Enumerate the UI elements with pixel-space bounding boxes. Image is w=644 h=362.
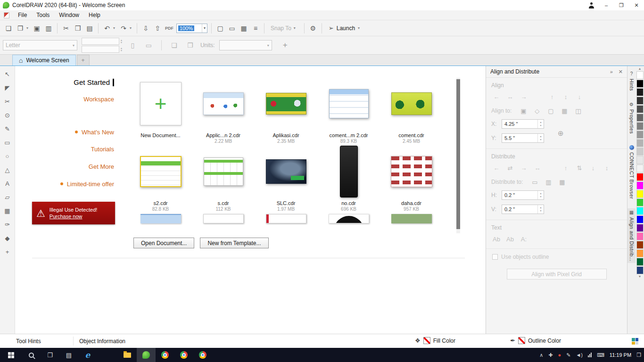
- text-tool-icon[interactable]: A: [2, 179, 13, 189]
- portrait-button[interactable]: ▯: [127, 40, 139, 51]
- document-thumbnail[interactable]: [391, 156, 432, 187]
- align-center-horizontal-button[interactable]: ↔: [505, 92, 515, 101]
- h-input[interactable]: 0.2 " ▲▼: [502, 190, 544, 200]
- units-select[interactable]: ▾: [219, 40, 272, 50]
- docker-close-icon[interactable]: ✕: [619, 69, 623, 75]
- color-swatch[interactable]: [636, 207, 644, 215]
- extent-of-page-button[interactable]: ▥: [543, 177, 553, 187]
- account-button[interactable]: [584, 0, 599, 10]
- more-tools-button[interactable]: +: [2, 247, 13, 257]
- cut-icon[interactable]: ✂: [60, 23, 72, 34]
- document-thumbnail[interactable]: [203, 92, 244, 115]
- tab-properties[interactable]: ⚙ Properties: [627, 100, 636, 136]
- color-swatch[interactable]: [636, 224, 644, 232]
- recent-document[interactable]: coment...m 2.cdr 89.3 KB: [317, 76, 380, 144]
- polygon-tool-icon[interactable]: △: [2, 165, 13, 175]
- recent-document-partial[interactable]: [391, 214, 432, 223]
- recent-document[interactable]: s.cdr 112 KB: [192, 144, 255, 212]
- align-to-grid-button[interactable]: ▦: [559, 106, 570, 115]
- touch-keyboard-icon[interactable]: ⌨: [597, 352, 604, 358]
- color-swatch[interactable]: [636, 241, 644, 249]
- distribute-top-button[interactable]: ↑: [561, 163, 571, 173]
- outline-color-indicator[interactable]: ✒ Outline Color: [510, 337, 561, 344]
- chrome-taskbar-icon[interactable]: [174, 348, 193, 362]
- width-spinner[interactable]: ▲▼: [120, 39, 123, 44]
- show-guidelines-icon[interactable]: ≡: [250, 23, 261, 34]
- restore-button[interactable]: ❐: [614, 0, 629, 10]
- tab-welcome-screen[interactable]: ⌂ Welcome Screen: [12, 55, 76, 66]
- task-view-button[interactable]: ❐: [41, 348, 59, 362]
- align-with-pixel-grid-button[interactable]: Align with Pixel Grid: [507, 269, 607, 280]
- interactive-fill-tool-icon[interactable]: ◆: [2, 233, 13, 243]
- open-dropdown-icon[interactable]: ▾: [26, 26, 31, 30]
- v-input[interactable]: 0.2 " ▲▼: [502, 205, 544, 214]
- coreldraw-taskbar-icon[interactable]: [137, 348, 156, 362]
- palette-scroll-down-icon[interactable]: ▼: [638, 274, 642, 279]
- color-swatch[interactable]: [636, 173, 644, 181]
- recent-document[interactable]: coment.cdr 2.45 MB: [380, 76, 443, 144]
- freehand-tool-icon[interactable]: ✎: [2, 124, 13, 134]
- show-grid-icon[interactable]: ▦: [238, 23, 249, 34]
- color-swatch[interactable]: [636, 198, 644, 206]
- pick-tool-icon[interactable]: ↖: [2, 69, 13, 79]
- tablet-mode-button[interactable]: ▤: [59, 348, 78, 362]
- anchor-point-button[interactable]: ⊕: [558, 129, 564, 138]
- menu-tools[interactable]: Tools: [32, 11, 54, 19]
- ellipse-tool-icon[interactable]: ○: [2, 151, 13, 161]
- menu-window[interactable]: Window: [54, 11, 84, 19]
- shape-tool-icon[interactable]: ◤: [2, 83, 13, 93]
- minimize-button[interactable]: –: [599, 0, 614, 10]
- new-document-thumbnail[interactable]: +: [140, 82, 182, 125]
- recent-document-partial[interactable]: [203, 214, 244, 223]
- use-objects-outline-checkbox[interactable]: [492, 254, 498, 260]
- network-signal-icon[interactable]: [588, 353, 592, 357]
- eyedropper-tool-icon[interactable]: ✑: [2, 220, 13, 230]
- options-gear-icon[interactable]: ⚙: [307, 23, 319, 34]
- page-width-input[interactable]: [82, 38, 119, 45]
- align-to-page-edge-button[interactable]: ◇: [532, 106, 542, 115]
- fullscreen-preview-icon[interactable]: ▢: [215, 23, 226, 34]
- color-swatch[interactable]: [636, 88, 644, 96]
- security-shield-icon[interactable]: ✚: [548, 352, 553, 358]
- parallel-dimension-tool-icon[interactable]: ▱: [2, 192, 13, 202]
- mesh-fill-tool-icon[interactable]: ▦: [2, 206, 13, 216]
- new-from-template-button[interactable]: New from Template...: [200, 238, 268, 248]
- crop-tool-icon[interactable]: ✂: [2, 97, 13, 107]
- align-top-button[interactable]: ↑: [547, 92, 557, 101]
- nav-limited-time-offer[interactable]: Limited-time offer: [60, 181, 114, 188]
- color-swatch[interactable]: [636, 105, 644, 113]
- color-swatch[interactable]: [636, 80, 644, 88]
- distribute-bottom-button[interactable]: ↕: [602, 163, 612, 173]
- save-icon[interactable]: ▣: [31, 23, 42, 34]
- undo-dropdown-icon[interactable]: ▾: [113, 26, 117, 30]
- recent-document[interactable]: Aplikasi.cdr 2.35 MB: [255, 76, 317, 144]
- documents-scrollbar[interactable]: [456, 78, 460, 233]
- align-right-button[interactable]: →: [519, 92, 529, 101]
- recent-document[interactable]: daha.cdr 957 KB: [380, 144, 443, 212]
- new-document-icon[interactable]: ❏: [3, 23, 14, 34]
- text-baseline-last-line-button[interactable]: Ab: [505, 234, 515, 244]
- new-document-card[interactable]: + New Document...: [129, 76, 192, 144]
- tab-hints[interactable]: ? Hints: [627, 70, 636, 93]
- landscape-button[interactable]: ▭: [143, 40, 155, 51]
- align-center-vertical-button[interactable]: ↕: [561, 92, 571, 101]
- h-spinner[interactable]: ▲▼: [537, 191, 544, 199]
- illegal-use-banner[interactable]: ⚠ Illegal Use Detected! Purchase now: [32, 202, 115, 224]
- color-swatch[interactable]: [636, 114, 644, 122]
- color-swatch[interactable]: [636, 71, 644, 79]
- open-icon[interactable]: ❐: [15, 23, 26, 34]
- color-swatch[interactable]: [636, 156, 644, 164]
- color-swatch[interactable]: [636, 232, 644, 240]
- color-swatch[interactable]: [636, 215, 644, 223]
- open-document-button[interactable]: Open Document...: [133, 238, 194, 248]
- page-height-input[interactable]: [82, 46, 119, 53]
- hidden-icons-chevron[interactable]: ∧: [539, 352, 543, 358]
- x-spinner[interactable]: ▲▼: [537, 120, 544, 128]
- align-to-active-objects-button[interactable]: ▣: [518, 106, 528, 115]
- distribute-spacing-vertical-button[interactable]: ↓: [588, 163, 598, 173]
- search-button[interactable]: [22, 348, 41, 362]
- text-bounding-box-button[interactable]: A:: [519, 234, 529, 244]
- redo-dropdown-icon[interactable]: ▾: [130, 26, 134, 30]
- object-spacing-button[interactable]: ▦: [557, 177, 567, 187]
- show-rulers-icon[interactable]: ▭: [226, 23, 238, 34]
